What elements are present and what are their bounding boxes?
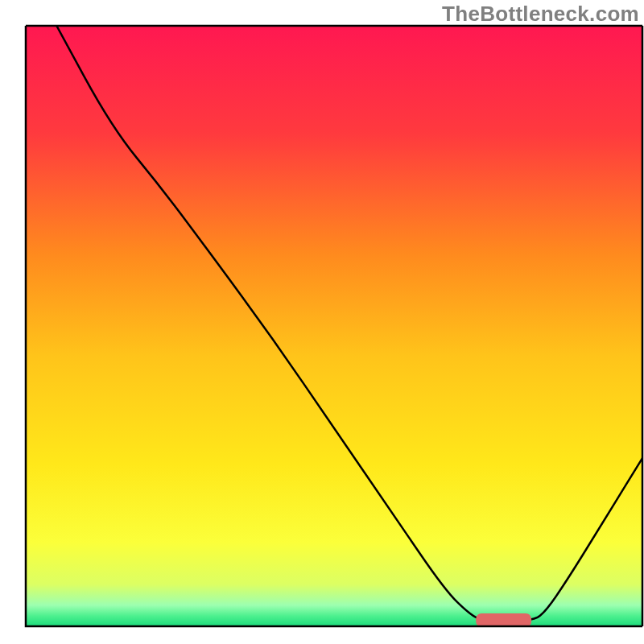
watermark-text: TheBottleneck.com xyxy=(442,2,639,27)
chart-container: TheBottleneck.com xyxy=(0,0,644,644)
optimal-range-marker xyxy=(476,613,531,627)
plot-background-gradient xyxy=(26,26,642,626)
bottleneck-chart xyxy=(0,0,644,644)
